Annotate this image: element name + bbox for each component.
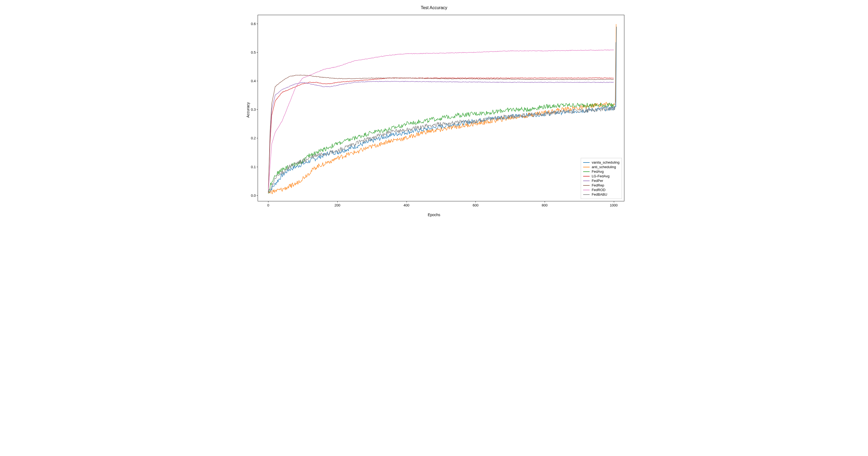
y-axis-label: Accuracy	[246, 102, 250, 118]
legend-label: LG-FedAvg	[592, 174, 610, 178]
legend-label: FedBABU	[592, 193, 608, 197]
x-axis-label: Epochs	[428, 212, 440, 217]
legend-color-line	[583, 194, 590, 195]
legend-item: FedRep	[583, 183, 620, 187]
chart-title: Test Accuracy	[236, 5, 632, 10]
legend-item: FedROD	[583, 188, 620, 192]
legend: vanila_schedulinganti_schedulingFedAvgLG…	[581, 158, 622, 199]
y-tick-mark	[256, 81, 258, 81]
series-line	[269, 50, 614, 193]
legend-label: FedAvg	[592, 170, 604, 174]
x-tick-mark	[268, 201, 269, 202]
legend-item: LG-FedAvg	[583, 174, 620, 178]
series-line	[269, 27, 617, 193]
series-line	[269, 81, 614, 192]
y-tick-mark	[256, 24, 258, 24]
legend-label: vanila_scheduling	[592, 160, 620, 164]
series-line	[269, 24, 616, 194]
y-tick-mark	[256, 52, 258, 53]
x-tick-mark	[337, 201, 338, 202]
legend-color-line	[583, 162, 590, 163]
legend-item: vanila_scheduling	[583, 160, 620, 164]
y-tick-mark	[256, 195, 258, 196]
x-tick-mark	[475, 201, 476, 202]
legend-item: anti_scheduling	[583, 165, 620, 169]
plot-area: vanila_schedulinganti_schedulingFedAvgLG…	[258, 15, 624, 201]
legend-color-line	[583, 176, 590, 176]
legend-label: FedRep	[592, 183, 604, 187]
x-tick-mark	[614, 201, 614, 202]
y-tick-mark	[256, 109, 258, 110]
series-line	[269, 103, 614, 194]
legend-item: FedBABU	[583, 193, 620, 197]
legend-color-line	[583, 185, 590, 186]
legend-label: anti_scheduling	[592, 165, 616, 169]
x-tick-mark	[545, 201, 545, 202]
legend-color-line	[583, 167, 590, 167]
legend-item: FedPer	[583, 179, 620, 183]
chart-container: Test Accuracy vanila_schedulinganti_sche…	[236, 5, 632, 218]
legend-color-line	[583, 180, 590, 181]
legend-item: FedAvg	[583, 170, 620, 174]
legend-label: FedPer	[592, 179, 603, 183]
legend-label: FedROD	[592, 188, 606, 192]
chart-lines	[258, 15, 624, 201]
y-tick-mark	[256, 138, 258, 138]
legend-color-line	[583, 171, 590, 172]
series-line	[269, 78, 614, 193]
series-line	[269, 75, 614, 192]
legend-color-line	[583, 190, 590, 190]
